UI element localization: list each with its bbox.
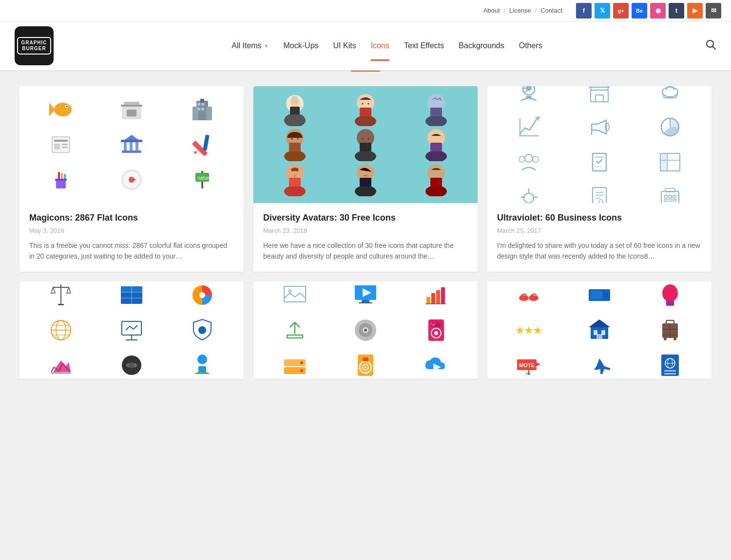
tumblr-icon[interactable]: t <box>669 3 684 19</box>
icon-world <box>27 315 94 346</box>
svg-rect-114 <box>660 153 667 171</box>
gplus-icon[interactable]: g+ <box>613 3 629 19</box>
svg-point-46 <box>284 113 306 126</box>
about-link[interactable]: About <box>480 7 504 14</box>
svg-rect-218 <box>661 355 679 376</box>
icon-newspaper <box>27 129 94 160</box>
svg-point-141 <box>199 292 205 298</box>
svg-rect-20 <box>54 144 60 149</box>
biz-icon-support <box>495 86 562 108</box>
svg-point-58 <box>425 115 447 126</box>
icon-grid-6: MOTEL66 <box>487 281 712 379</box>
nav-text-effects[interactable]: Text Effects <box>404 37 444 55</box>
svg-point-2 <box>54 103 72 116</box>
svg-rect-166 <box>441 287 445 304</box>
svg-rect-22 <box>62 147 68 148</box>
svg-rect-27 <box>122 150 141 153</box>
icon-buildings <box>169 94 236 125</box>
biz-icon-cupcake <box>637 86 704 108</box>
main-nav: All Items ▼ Mock-Ups UI Kits Icons Text … <box>68 37 706 55</box>
nav-backgrounds[interactable]: Backgrounds <box>459 37 504 55</box>
icon-flipflops <box>495 281 562 311</box>
svg-text:66: 66 <box>526 371 531 376</box>
icon-grid-1: nature <box>19 86 244 203</box>
svg-point-185 <box>365 366 366 368</box>
card-2-body: Diversity Avatars: 30 Free Icons March 2… <box>253 203 478 272</box>
svg-rect-168 <box>287 335 303 338</box>
svg-rect-112 <box>595 166 601 167</box>
icon-nature-sign: nature <box>169 164 236 195</box>
svg-rect-134 <box>58 304 64 305</box>
svg-rect-93 <box>526 96 532 99</box>
twitter-icon[interactable]: 𝕏 <box>595 3 610 19</box>
logo-line2: BURGER <box>21 46 47 52</box>
dropdown-arrow: ▼ <box>264 43 269 49</box>
svg-point-107 <box>525 154 533 162</box>
svg-rect-165 <box>436 290 440 304</box>
logo[interactable]: GRAPHIC BURGER <box>15 26 54 65</box>
facebook-icon[interactable]: f <box>576 3 592 19</box>
nav-all-items[interactable]: All Items ▼ <box>231 37 269 55</box>
svg-rect-60 <box>430 108 442 116</box>
svg-rect-25 <box>130 142 133 150</box>
card-grid: nature Magicons: 2867 Flat Icons May 3, … <box>19 86 712 379</box>
svg-rect-86 <box>364 175 367 176</box>
svg-rect-163 <box>426 297 430 304</box>
license-link[interactable]: License <box>505 7 535 14</box>
nav-icons[interactable]: Icons <box>371 37 389 55</box>
svg-point-117 <box>524 193 534 203</box>
svg-marker-200 <box>534 326 541 334</box>
icon-passport <box>637 350 704 379</box>
nav-others[interactable]: Others <box>519 37 542 55</box>
svg-rect-9 <box>121 105 142 107</box>
svg-rect-15 <box>201 103 204 106</box>
contact-link[interactable]: Contact <box>537 7 566 14</box>
svg-marker-199 <box>525 326 533 334</box>
email-icon[interactable]: ✉ <box>706 3 721 19</box>
icon-hotel <box>566 315 633 346</box>
nav-mock-ups[interactable]: Mock-Ups <box>284 37 319 55</box>
svg-rect-223 <box>664 373 676 374</box>
icon-grid-3 <box>487 86 712 203</box>
behance-icon[interactable]: Be <box>632 3 647 19</box>
icon-ticket <box>566 281 633 311</box>
top-bar: About / License / Contact f 𝕏 g+ Be ◉ t … <box>0 0 731 21</box>
svg-rect-32 <box>56 180 66 188</box>
svg-point-211 <box>664 337 667 340</box>
svg-point-75 <box>430 132 442 144</box>
svg-marker-202 <box>589 319 610 327</box>
logo-line1: GRAPHIC <box>21 40 47 46</box>
svg-point-180 <box>300 361 303 364</box>
card-5 <box>253 281 478 379</box>
card-3-desc: I'm delighted to share with you today a … <box>497 240 702 262</box>
rss-icon[interactable]: ▶ <box>687 3 703 19</box>
icon-airplane <box>566 350 633 379</box>
card-3-image <box>487 86 712 203</box>
biz-icon-store <box>566 86 633 108</box>
svg-point-72 <box>367 138 369 140</box>
svg-point-181 <box>300 369 303 372</box>
icon-storage <box>261 350 328 379</box>
icon-monitor-play <box>332 281 399 311</box>
svg-point-74 <box>425 150 447 161</box>
svg-point-56 <box>367 103 369 105</box>
nav-ui-kits[interactable]: UI Kits <box>333 37 356 55</box>
icon-pencil-ruler <box>169 129 236 160</box>
card-1-body: Magicons: 2867 Flat Icons May 3, 2018 Th… <box>19 203 244 272</box>
icon-motel-sign: MOTEL66 <box>495 350 562 379</box>
dribbble-icon[interactable]: ◉ <box>650 3 666 19</box>
search-icon[interactable] <box>706 39 716 53</box>
svg-rect-186 <box>363 357 368 361</box>
icon-hot-air-balloon <box>637 281 704 311</box>
svg-point-155 <box>197 355 207 364</box>
avatar-4 <box>261 129 328 160</box>
svg-rect-85 <box>360 178 371 187</box>
biz-icon-team <box>495 147 562 178</box>
icon-pencil-box <box>27 164 94 195</box>
icon-luggage <box>637 315 704 346</box>
card-4 <box>19 281 244 379</box>
svg-rect-96 <box>596 95 603 102</box>
icon-bank <box>98 129 165 160</box>
svg-rect-54 <box>360 108 371 116</box>
card-3-title: Ultraviolet: 60 Business Icons <box>497 213 702 223</box>
